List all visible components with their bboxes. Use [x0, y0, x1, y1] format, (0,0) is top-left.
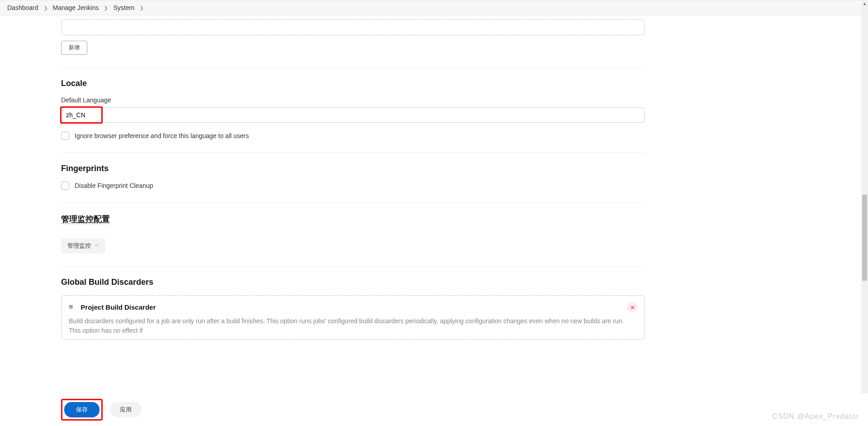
section-global-discarders: Global Build Discarders ≡ Project Build … [61, 266, 645, 340]
scroll-up-icon[interactable]: ▲ [861, 0, 868, 7]
section-fingerprints: Fingerprints Disable Fingerprint Cleanup [61, 153, 645, 190]
section-title-fingerprints: Fingerprints [61, 164, 645, 173]
footer-actions: 保存 应用 [0, 393, 868, 394]
ignore-browser-label: Ignore browser preference and force this… [75, 132, 249, 139]
breadcrumb: Dashboard ❯ Manage Jenkins ❯ System ❯ [0, 0, 868, 15]
section-title-global-discarders: Global Build Discarders [61, 278, 645, 287]
breadcrumb-item-dashboard[interactable]: Dashboard [7, 4, 38, 11]
chevron-down-icon: ﹀ [95, 243, 99, 249]
section-title-locale: Locale [61, 79, 645, 88]
section-locale: Locale Default Language Ignore browser p… [61, 67, 645, 140]
section-monitor: 管理监控配置 管理监控 ﹀ [61, 202, 645, 254]
drag-handle-icon[interactable]: ≡ [69, 303, 72, 311]
remove-discarder-button[interactable]: ✕ [627, 302, 638, 313]
disable-fingerprint-label: Disable Fingerprint Cleanup [75, 182, 153, 189]
chevron-right-icon: ❯ [44, 5, 47, 10]
scroll-thumb[interactable] [862, 195, 867, 281]
monitor-dropdown[interactable]: 管理监控 ﹀ [61, 238, 105, 254]
breadcrumb-item-system[interactable]: System [113, 4, 134, 11]
discarder-item: ≡ Project Build Discarder ✕ Build discar… [61, 295, 645, 340]
disable-fingerprint-checkbox[interactable] [61, 182, 69, 190]
ignore-browser-checkbox[interactable] [61, 132, 69, 140]
chevron-right-icon: ❯ [140, 5, 143, 10]
vertical-scrollbar[interactable]: ▲ ▼ [861, 0, 868, 394]
default-language-label: Default Language [61, 96, 645, 104]
close-icon: ✕ [630, 304, 635, 311]
default-language-input[interactable] [61, 107, 645, 123]
page-content: 新增 Locale Default Language Ignore browse… [61, 19, 645, 394]
section-title-monitor: 管理监控配置 [61, 214, 645, 225]
monitor-dropdown-label: 管理监控 [67, 242, 91, 250]
breadcrumb-item-manage-jenkins[interactable]: Manage Jenkins [53, 4, 99, 11]
discarder-item-title: Project Build Discarder [81, 303, 156, 311]
empty-config-box [61, 19, 645, 35]
add-button[interactable]: 新增 [61, 41, 87, 55]
chevron-right-icon: ❯ [104, 5, 108, 10]
discarder-item-description: Build discarders configured for a job ar… [69, 316, 637, 335]
